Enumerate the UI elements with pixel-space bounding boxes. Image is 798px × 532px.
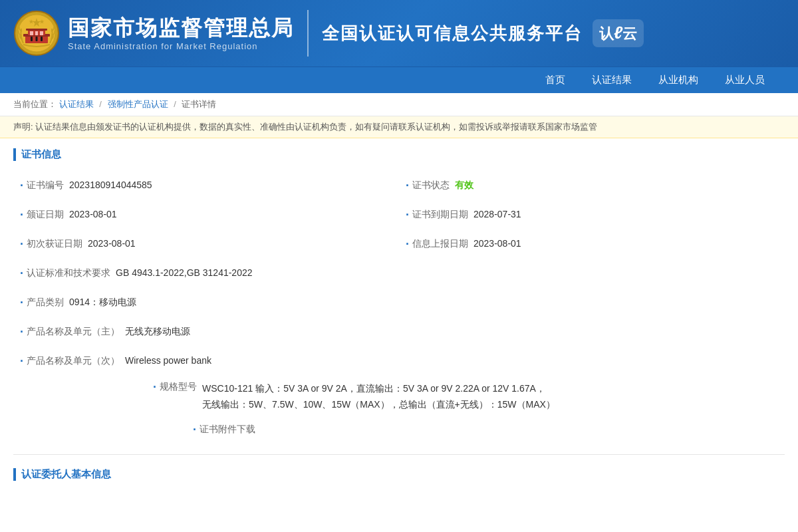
cert-spec-field: 规格型号 WSC10-121 输入：5V 3A or 9V 2A，直流输出：5V… — [13, 376, 785, 418]
cert-status-value: 有效 — [455, 180, 473, 192]
client-section: 认证委托人基本信息 — [0, 458, 798, 501]
cert-spec-line-1: WSC10-121 输入：5V 3A or 9V 2A，直流输出：5V 3A o… — [202, 381, 555, 397]
cert-section: 证书信息 证书编号 2023180914044585 证书状态 有效 颁证日期 … — [0, 138, 798, 451]
logo-block: 国家市场监督管理总局 State Administration for Mark… — [13, 10, 294, 57]
disclaimer-text: 声明: 认证结果信息由颁发证书的认证机构提供，数据的真实性、准确性由认证机构负责… — [13, 122, 597, 132]
product-name-main-field: 产品名称及单元（主） 无线充移动电源 — [13, 321, 399, 343]
first-cert-date-label: 初次获证日期 — [20, 238, 82, 250]
breadcrumb-cert-detail: 证书详情 — [182, 99, 216, 109]
disclaimer-bar: 声明: 认证结果信息由颁发证书的认证机构提供，数据的真实性、准确性由认证机构负责… — [0, 116, 798, 138]
svg-rect-10 — [35, 31, 38, 35]
ren-cloud-text: 认ℓ云 — [599, 23, 637, 44]
product-category-value: 0914：移动电源 — [69, 297, 136, 309]
product-name-sub-field: 产品名称及单元（次） Wireless power bank — [13, 350, 399, 372]
cert-spec-line-2: 无线输出：5W、7.5W、10W、15W（MAX），总输出（直流+无线）：15W… — [202, 397, 555, 413]
svg-rect-12 — [31, 37, 33, 41]
breadcrumb-sep-2: / — [174, 99, 176, 109]
cert-row-6-right-empty — [399, 321, 785, 343]
cert-spec-label: 规格型号 — [153, 381, 197, 393]
report-date-label: 信息上报日期 — [406, 238, 468, 250]
nav-person[interactable]: 从业人员 — [712, 67, 778, 93]
expiry-date-field: 证书到期日期 2028-07-31 — [399, 203, 785, 226]
cert-standard-label: 认证标准和技术要求 — [20, 267, 110, 279]
expiry-date-value: 2028-07-31 — [473, 209, 521, 219]
first-cert-date-value: 2023-08-01 — [88, 238, 136, 249]
breadcrumb-cert-result[interactable]: 认证结果 — [59, 99, 94, 109]
cert-standard-value: GB 4943.1-2022,GB 31241-2022 — [116, 267, 253, 278]
svg-rect-13 — [36, 37, 38, 41]
platform-block: 全国认证认可信息公共服务平台 认ℓ云 — [322, 19, 785, 47]
cert-download-label: 证书附件下载 — [193, 424, 255, 436]
cert-row-6: 产品名称及单元（主） 无线充移动电源 — [13, 317, 785, 346]
breadcrumb-mandatory-cert[interactable]: 强制性产品认证 — [108, 99, 168, 109]
national-emblem — [13, 10, 60, 57]
report-date-value: 2023-08-01 — [473, 238, 521, 249]
platform-title: 全国认证认可信息公共服务平台 — [322, 22, 583, 45]
cert-status-field: 证书状态 有效 — [399, 174, 785, 197]
svg-rect-14 — [41, 37, 43, 41]
section-divider — [13, 454, 785, 455]
header-divider — [307, 10, 309, 57]
cert-standard-field: 认证标准和技术要求 GB 4943.1-2022,GB 31241-2022 — [13, 262, 399, 285]
nav-cert-result[interactable]: 认证结果 — [579, 67, 645, 93]
cert-status-label: 证书状态 — [406, 180, 450, 192]
client-section-title: 认证委托人基本信息 — [13, 468, 785, 481]
issue-date-value: 2023-08-01 — [69, 209, 117, 219]
cert-number-value: 2023180914044585 — [69, 180, 152, 190]
cert-row-7-right-empty — [399, 350, 785, 372]
breadcrumb: 当前位置： 认证结果 / 强制性产品认证 / 证书详情 — [0, 93, 798, 116]
cert-row-4-right-empty — [399, 262, 785, 285]
cert-row-5: 产品类别 0914：移动电源 — [13, 288, 785, 317]
product-name-sub-value: Wireless power bank — [125, 355, 211, 366]
product-name-sub-label: 产品名称及单元（次） — [20, 355, 120, 367]
org-name: 国家市场监督管理总局 — [68, 15, 294, 41]
breadcrumb-prefix: 当前位置： — [13, 99, 57, 109]
cert-spec-value: WSC10-121 输入：5V 3A or 9V 2A，直流输出：5V 3A o… — [202, 381, 555, 413]
cert-row-3: 初次获证日期 2023-08-01 信息上报日期 2023-08-01 — [13, 229, 785, 259]
cert-section-title: 证书信息 — [13, 148, 785, 161]
nav-org[interactable]: 从业机构 — [645, 67, 712, 93]
issue-date-field: 颁证日期 2023-08-01 — [13, 203, 399, 226]
cert-row-1: 证书编号 2023180914044585 证书状态 有效 — [13, 171, 785, 200]
first-cert-date-field: 初次获证日期 2023-08-01 — [13, 233, 399, 255]
cert-row-5-right-empty — [399, 291, 785, 314]
cert-row-4: 认证标准和技术要求 GB 4943.1-2022,GB 31241-2022 — [13, 259, 785, 288]
org-name-en: State Administration for Market Regulati… — [68, 41, 294, 51]
product-name-main-value: 无线充移动电源 — [125, 326, 190, 338]
nav-bar: 首页 认证结果 从业机构 从业人员 — [0, 66, 798, 93]
breadcrumb-sep-1: / — [99, 99, 102, 109]
svg-rect-9 — [30, 31, 33, 35]
ren-cloud-badge: 认ℓ云 — [593, 19, 644, 47]
nav-home[interactable]: 首页 — [532, 67, 579, 93]
cert-download-field: 证书附件下载 — [13, 418, 785, 441]
logo-text-block: 国家市场监督管理总局 State Administration for Mark… — [68, 15, 294, 51]
expiry-date-label: 证书到期日期 — [406, 209, 468, 221]
cert-row-7: 产品名称及单元（次） Wireless power bank — [13, 346, 785, 376]
svg-rect-11 — [40, 31, 43, 35]
product-category-label: 产品类别 — [20, 297, 64, 309]
product-name-main-label: 产品名称及单元（主） — [20, 326, 120, 338]
page-header: 国家市场监督管理总局 State Administration for Mark… — [0, 0, 798, 66]
issue-date-label: 颁证日期 — [20, 209, 64, 221]
report-date-field: 信息上报日期 2023-08-01 — [399, 233, 785, 255]
product-category-field: 产品类别 0914：移动电源 — [13, 291, 399, 314]
cert-number-field: 证书编号 2023180914044585 — [13, 174, 399, 197]
cert-number-label: 证书编号 — [20, 180, 64, 192]
svg-rect-5 — [26, 29, 47, 31]
cert-row-2: 颁证日期 2023-08-01 证书到期日期 2028-07-31 — [13, 200, 785, 229]
